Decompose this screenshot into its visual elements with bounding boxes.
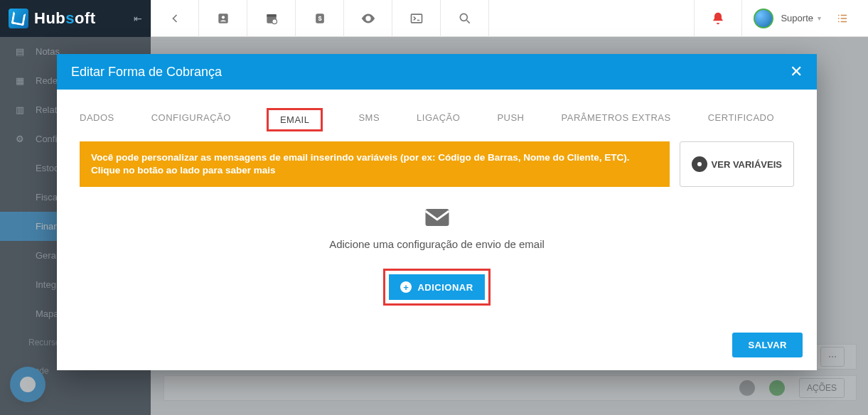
svg-text:$: $ [318,15,321,22]
svg-point-4 [272,18,277,23]
modal-tabs: DADOS CONFIGURAÇÃO EMAIL SMS LIGAÇÃO PUS… [57,90,817,141]
tab-push[interactable]: PUSH [495,108,525,131]
add-button-label: ADICIONAR [417,282,473,293]
tab-parametros[interactable]: PARÂMETROS EXTRAS [560,108,673,131]
brand-logo-icon [9,9,28,28]
info-alert: Você pode personalizar as mensagens de e… [80,141,670,187]
topbar: Hubsoft ⇤ $ Suporte ▾ [0,0,868,37]
topbar-tools: $ [151,0,742,37]
svg-point-7 [367,17,370,20]
visibility-icon[interactable] [344,0,392,37]
tab-sms[interactable]: SMS [357,108,381,131]
list-view-icon[interactable] [828,12,857,25]
brand-text: Hubsoft [34,9,96,28]
empty-state: Adicione uma configuração de envio de em… [77,187,797,257]
view-variables-label: VER VARIÁVEIS [712,159,782,170]
brand-part2: s [65,9,75,28]
empty-text: Adicione uma configuração de envio de em… [77,238,797,250]
terminal-icon[interactable] [392,0,441,37]
chevron-down-icon: ▾ [818,14,821,22]
modal-footer: SALVAR [57,318,817,370]
plus-icon: + [400,281,412,293]
tab-certificado[interactable]: CERTIFICADO [707,108,776,131]
calendar-icon[interactable] [247,0,296,37]
modal-title: Editar Forma de Cobrança [71,65,222,80]
alert-row: Você pode personalizar as mensagens de e… [80,141,794,187]
search-icon[interactable] [441,0,489,37]
tab-configuracao[interactable]: CONFIGURAÇÃO [150,108,232,131]
notifications-icon[interactable] [694,0,742,37]
add-button-wrap: + ADICIONAR [77,269,797,306]
svg-rect-8 [411,14,422,23]
save-button[interactable]: SALVAR [732,333,803,357]
avatar[interactable] [754,9,773,28]
close-icon[interactable]: ✕ [790,63,803,81]
user-menu[interactable]: Suporte ▾ [781,13,821,23]
sidebar-collapse-icon[interactable]: ⇤ [134,13,142,24]
view-variables-button[interactable]: VER VARIÁVEIS [680,141,794,187]
contact-icon[interactable] [199,0,247,37]
svg-rect-3 [267,14,276,16]
tab-email[interactable]: EMAIL [267,108,323,131]
tab-ligacao[interactable]: LIGAÇÃO [415,108,461,131]
brand-part1: Hub [34,9,65,28]
tab-dados[interactable]: DADOS [78,108,116,131]
add-button[interactable]: + ADICIONAR [389,274,484,300]
svg-point-1 [221,16,224,18]
add-button-highlight: + ADICIONAR [383,269,490,306]
billing-icon[interactable]: $ [296,0,344,37]
mail-icon [424,207,450,228]
brand-part3: oft [75,9,96,28]
modal-body: Você pode personalizar as mensagens de e… [57,141,817,318]
svg-rect-10 [425,209,449,226]
eye-icon [692,156,707,172]
modal-header: Editar Forma de Cobrança ✕ [57,54,817,90]
svg-point-9 [460,14,467,21]
brand-block[interactable]: Hubsoft ⇤ [0,0,151,37]
topbar-user: Suporte ▾ [742,9,868,28]
user-label: Suporte [781,13,813,23]
back-icon[interactable] [151,0,199,37]
edit-billing-modal: Editar Forma de Cobrança ✕ DADOS CONFIGU… [57,54,817,370]
